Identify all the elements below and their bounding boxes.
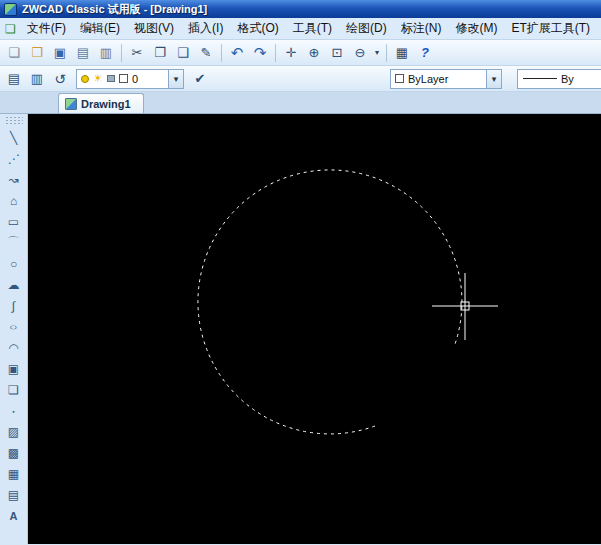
layer-properties-icon[interactable]: ▤ xyxy=(3,68,25,90)
gradient-icon[interactable]: ▩ xyxy=(2,442,26,463)
menu-bar: ❏ 文件(F) 编辑(E) 视图(V) 插入(I) 格式(O) 工具(T) 绘图… xyxy=(0,18,601,40)
polyline-icon[interactable]: ↝ xyxy=(2,169,26,190)
color-combo-arrow-icon[interactable]: ▾ xyxy=(486,70,501,88)
cut-icon[interactable]: ✂ xyxy=(126,42,148,64)
window-title: ZWCAD Classic 试用版 - [Drawing1] xyxy=(22,2,207,17)
menu-view[interactable]: 视图(V) xyxy=(127,18,181,39)
rectangle-icon[interactable]: ▭ xyxy=(2,211,26,232)
make-block-icon[interactable]: ❏ xyxy=(2,379,26,400)
circle-entity[interactable] xyxy=(198,170,462,434)
color-value: ByLayer xyxy=(404,73,452,85)
title-bar: ZWCAD Classic 试用版 - [Drawing1] xyxy=(0,0,601,18)
main-area: ╲ ⋰ ↝ ⌂ ▭ ⌒ ○ ☁ ∫ ○ ◠ ▣ ❏ ∙ ▨ ▩ xyxy=(0,114,601,544)
undo-icon[interactable]: ↶ xyxy=(226,42,248,64)
menu-file[interactable]: 文件(F) xyxy=(20,18,73,39)
zoom-realtime-icon[interactable]: ⊕ xyxy=(303,42,325,64)
tab-label: Drawing1 xyxy=(81,98,131,110)
make-current-icon[interactable]: ✔ xyxy=(189,68,211,90)
menu-insert[interactable]: 插入(I) xyxy=(181,18,230,39)
redo-icon[interactable]: ↷ xyxy=(249,42,271,64)
menu-draw[interactable]: 绘图(D) xyxy=(339,18,394,39)
zoom-window-icon[interactable]: ⊡ xyxy=(326,42,348,64)
ellipse-arc-icon[interactable]: ◠ xyxy=(2,337,26,358)
open-file-icon[interactable]: ❒ xyxy=(26,42,48,64)
print-icon[interactable]: ▤ xyxy=(72,42,94,64)
layer-freeze-icon: ☀ xyxy=(93,73,103,84)
zoom-previous-icon[interactable]: ⊖ xyxy=(349,42,371,64)
linetype-combo[interactable]: By ▾ xyxy=(517,69,601,89)
match-properties-icon[interactable]: ✎ xyxy=(195,42,217,64)
app-logo-icon xyxy=(4,3,17,16)
layer-color-swatch xyxy=(119,74,128,83)
region-icon[interactable]: ▦ xyxy=(2,463,26,484)
menu-format[interactable]: 格式(O) xyxy=(230,18,285,39)
layer-combo-arrow-icon[interactable]: ▾ xyxy=(168,70,183,88)
linetype-value: By xyxy=(557,73,578,85)
toolbar-separator xyxy=(386,44,387,62)
construction-line-icon[interactable]: ⋰ xyxy=(2,148,26,169)
hatch-icon[interactable]: ▨ xyxy=(2,421,26,442)
pan-icon[interactable]: ✛ xyxy=(280,42,302,64)
new-file-icon[interactable]: ❏ xyxy=(3,42,25,64)
insert-block-icon[interactable]: ▣ xyxy=(2,358,26,379)
menu-edit[interactable]: 编辑(E) xyxy=(73,18,127,39)
print-preview-icon[interactable]: ▥ xyxy=(95,42,117,64)
tab-drawing1[interactable]: Drawing1 xyxy=(58,93,144,113)
mtext-icon[interactable]: A xyxy=(2,505,26,526)
ellipse-icon[interactable]: ○ xyxy=(2,320,26,333)
layer-combo[interactable]: ☀ 0 ▾ xyxy=(76,69,184,89)
paste-icon[interactable]: ❑ xyxy=(172,42,194,64)
copy-icon[interactable]: ❐ xyxy=(149,42,171,64)
layer-on-icon xyxy=(81,75,89,83)
menu-et-tools[interactable]: ET扩展工具(T) xyxy=(504,18,597,39)
help-icon[interactable]: ? xyxy=(414,42,436,64)
layer-states-icon[interactable]: ▥ xyxy=(26,68,48,90)
circle-icon[interactable]: ○ xyxy=(2,253,26,274)
toolbar-grip[interactable] xyxy=(5,116,23,125)
toolbar-separator xyxy=(221,44,222,62)
layer-name: 0 xyxy=(128,73,142,85)
standard-toolbar: ❏ ❒ ▣ ▤ ▥ ✂ ❐ ❑ ✎ ↶ ↷ ✛ ⊕ ⊡ ⊖ ▾ ▦ ? xyxy=(0,40,601,66)
toolbar-separator xyxy=(275,44,276,62)
menu-tools[interactable]: 工具(T) xyxy=(286,18,339,39)
menu-dimension[interactable]: 标注(N) xyxy=(394,18,449,39)
document-icon[interactable]: ❏ xyxy=(5,22,16,36)
spline-icon[interactable]: ∫ xyxy=(2,295,26,316)
flyout-arrow-icon[interactable]: ▾ xyxy=(372,42,382,64)
toolbar-separator xyxy=(121,44,122,62)
save-icon[interactable]: ▣ xyxy=(49,42,71,64)
drawing-file-icon xyxy=(65,98,77,110)
draw-toolbar: ╲ ⋰ ↝ ⌂ ▭ ⌒ ○ ☁ ∫ ○ ◠ ▣ ❏ ∙ ▨ ▩ xyxy=(0,114,28,544)
polygon-icon[interactable]: ⌂ xyxy=(2,190,26,211)
calculator-icon[interactable]: ▦ xyxy=(391,42,413,64)
revcloud-icon[interactable]: ☁ xyxy=(2,274,26,295)
line-icon[interactable]: ╲ xyxy=(2,127,26,148)
layer-lock-icon xyxy=(107,75,115,82)
table-icon[interactable]: ▤ xyxy=(2,484,26,505)
arc-icon[interactable]: ⌒ xyxy=(2,232,26,253)
linetype-sample-icon xyxy=(523,78,557,79)
layer-previous-icon[interactable]: ↺ xyxy=(49,68,71,90)
drawing-tab-bar: Drawing1 xyxy=(0,92,601,114)
drawing-canvas[interactable] xyxy=(28,114,601,544)
point-icon[interactable]: ∙ xyxy=(2,400,26,421)
color-combo[interactable]: ByLayer ▾ xyxy=(390,69,502,89)
menu-modify[interactable]: 修改(M) xyxy=(448,18,504,39)
properties-toolbar: ▤ ▥ ↺ ☀ 0 ▾ ✔ ByLayer ▾ By ▾ xyxy=(0,66,601,92)
current-color-swatch xyxy=(395,74,404,83)
